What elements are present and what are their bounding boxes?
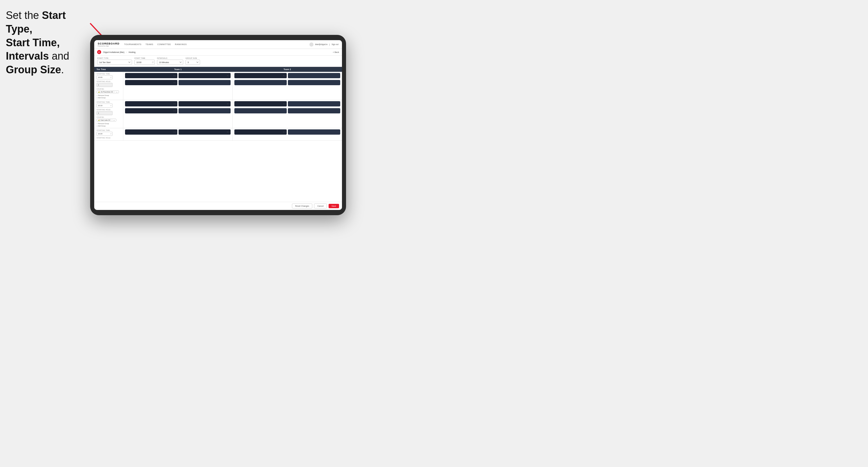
player-slot-g2-t1-r2-p2[interactable] (179, 108, 231, 114)
player-slot-g2-t1-r1-p1[interactable]: × ○ (125, 101, 177, 106)
slot-x[interactable]: × ○ (174, 131, 176, 133)
course-remove-x-1[interactable]: × (114, 91, 116, 93)
player-slot-g2-t1-r1-p2[interactable]: × ○ (179, 101, 231, 106)
start-time-wrapper: ⏱ (134, 60, 155, 65)
reset-changes-button[interactable]: Reset Changes (292, 204, 312, 209)
player-slot-t1-r1-p2[interactable]: × ○ (179, 73, 231, 78)
player-slot-t2-r1-p2[interactable] (288, 73, 340, 78)
player-slot-t1-r2-p1[interactable]: × ○ (125, 80, 177, 85)
team2-g2-row2 (235, 108, 340, 114)
tablet-screen: SCOREBOARD Powered by clipp TOURNAMENTS … (94, 40, 342, 210)
starting-hole-select-2[interactable]: 110 (97, 111, 113, 115)
slot-x[interactable]: × ○ (283, 131, 285, 133)
player-slot-t2-r1-p1[interactable]: × ○ (235, 73, 287, 78)
player-slot-g3-t2-r1-p1[interactable]: × ○ (235, 129, 287, 135)
slot-x[interactable]: × ○ (174, 103, 176, 105)
slot-x[interactable]: × ○ (283, 103, 285, 105)
player-slot-g2-t2-r2-p2[interactable] (288, 108, 340, 114)
th-tee-time: Tee Time (94, 67, 123, 72)
starting-time-label-1: STARTING TIME: (97, 73, 121, 75)
player-slot-g2-t2-r2-p1[interactable] (235, 108, 287, 114)
starting-time-label-3: STARTING TIME: (97, 129, 121, 131)
group-actions-1: ○ Remove Group + Add Group (97, 94, 121, 99)
time-input-wrapper-2: ⏱ (97, 103, 113, 107)
team2-row2 (235, 80, 340, 85)
top-nav: SCOREBOARD Powered by clipp TOURNAMENTS … (94, 40, 342, 49)
player-slot-t2-r2-p2[interactable] (288, 80, 340, 85)
time-icon-2: ⏱ (110, 105, 112, 106)
add-group-2[interactable]: + Add Group (97, 125, 121, 127)
player-slot-g3-t1-r1-p1[interactable]: × ○ (125, 129, 177, 135)
back-link[interactable]: < Back (333, 51, 339, 53)
intervals-select[interactable]: 10 Minutes 8 Minutes 12 Minutes (157, 60, 183, 65)
team2-players-1: × ○ (232, 72, 342, 100)
starting-hole-label-2: STARTING HOLE: (97, 109, 121, 111)
remove-group-1[interactable]: ○ Remove Group (97, 94, 121, 96)
slot-x[interactable]: × ○ (227, 75, 229, 76)
team1-players-1: × ○ × ○ × ○ (123, 72, 232, 100)
sign-out-link[interactable]: Sign out (332, 43, 339, 45)
instruction-line3-bold: Intervals (6, 50, 49, 62)
player-slot-g3-t1-r1-p2[interactable]: × ○ (179, 129, 231, 135)
breadcrumb-separator: › (126, 51, 127, 53)
course-name-1: (A) Peachtree GC (101, 91, 114, 93)
remove-group-2[interactable]: ○ Remove Group (97, 123, 121, 124)
add-group-1[interactable]: + Add Group (97, 97, 121, 99)
player-slot-g2-t2-r1-p2[interactable] (288, 101, 340, 106)
save-button[interactable]: Save (329, 204, 339, 208)
logo-sub: Powered by clipp (98, 45, 120, 47)
player-slot-t1-r2-p2[interactable] (179, 80, 231, 85)
golf-icon-2: ⛳ (98, 119, 100, 121)
starting-hole-label-3: STARTING HOLE: (97, 137, 121, 139)
course-remove-x-2[interactable]: × (112, 119, 113, 121)
slot-x[interactable]: × ○ (283, 75, 285, 76)
group-info-1: STARTING TIME: ⏱ STARTING HOLE: 110 COUR… (94, 72, 123, 100)
time-icon-1: ⏱ (110, 76, 112, 78)
nav-committee[interactable]: COMMITTEE (157, 43, 171, 46)
instruction-line1-normal: Set the (6, 9, 42, 21)
team1-g2-row2: × ○ (125, 108, 230, 114)
course-expand-2[interactable]: ▲ (114, 119, 115, 121)
course-tag-2: ⛳ East Lake GC × ▲ (97, 119, 116, 122)
nav-separator: | (329, 43, 330, 45)
course-name-2: East Lake GC (101, 119, 111, 121)
group-size-group: Group Size 3 2 4 (186, 57, 200, 65)
cancel-button[interactable]: Cancel (314, 204, 327, 209)
starting-hole-select-1[interactable]: 110 (97, 83, 113, 87)
player-slot-t2-r2-p1[interactable] (235, 80, 287, 85)
course-expand-1[interactable]: ▲ (116, 91, 118, 93)
breadcrumb-app-name[interactable]: Clippd Invitational (Mar) (103, 51, 124, 53)
slot-x[interactable]: × ○ (227, 103, 229, 105)
team1-players-2: × ○ × ○ × ○ (123, 100, 232, 128)
nav-teams[interactable]: TEAMS (145, 43, 153, 46)
controls-bar: Start Type 1st Tee Start Shotgun Start S… (94, 56, 342, 67)
team1-row1: × ○ × ○ (125, 73, 230, 78)
nav-rankings[interactable]: RANKINGS (175, 43, 187, 46)
slot-x[interactable]: × ○ (174, 82, 176, 84)
golf-icon-1: ⛳ (98, 91, 100, 93)
start-time-group: Start Time ⏱ (134, 57, 155, 65)
team1-g3-row1: × ○ × ○ (125, 129, 230, 135)
group-row-3: STARTING TIME: ⏱ STARTING HOLE: × ○ (94, 128, 342, 141)
start-time-label: Start Time (134, 57, 155, 59)
player-slot-g2-t1-r2-p1[interactable]: × ○ (125, 108, 177, 114)
group-info-3: STARTING TIME: ⏱ STARTING HOLE: (94, 128, 123, 141)
player-slot-g2-t2-r1-p1[interactable]: × ○ (235, 101, 287, 106)
group-size-select[interactable]: 3 2 4 (186, 60, 200, 65)
player-slot-g3-t2-r1-p2[interactable] (288, 129, 340, 135)
time-icon-3: ⏱ (110, 133, 112, 135)
slot-x[interactable]: × ○ (227, 131, 229, 133)
slot-x[interactable]: × ○ (174, 75, 176, 76)
logo-area: SCOREBOARD Powered by clipp (98, 42, 120, 47)
slot-x[interactable]: × ○ (174, 110, 176, 112)
breadcrumb-section: Hosting (128, 51, 135, 53)
player-slot-t1-r1-p1[interactable]: × ○ (125, 73, 177, 78)
tablet-frame: SCOREBOARD Powered by clipp TOURNAMENTS … (90, 35, 346, 215)
start-type-select[interactable]: 1st Tee Start Shotgun Start (97, 60, 132, 65)
team1-g2-row1: × ○ × ○ (125, 101, 230, 106)
course-value-2: ⛳ East Lake GC × ▲ (97, 119, 121, 122)
course-value-1: ⛳ (A) Peachtree GC × ▲ (97, 90, 121, 93)
starting-time-value-1: ⏱ (97, 75, 121, 80)
instruction-line2-bold: Start Time, (6, 37, 60, 49)
nav-tournaments[interactable]: TOURNAMENTS (124, 43, 141, 46)
